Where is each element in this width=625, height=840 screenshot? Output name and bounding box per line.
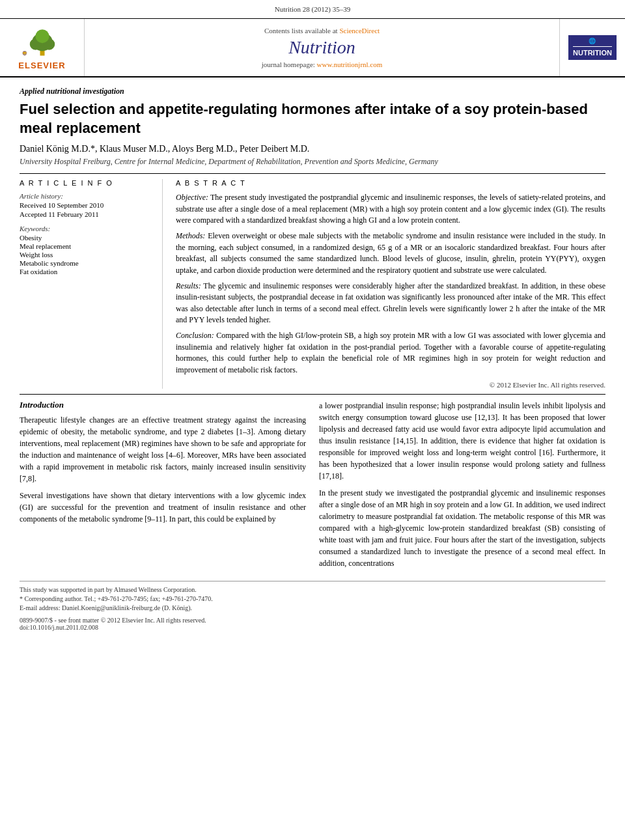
abstract-conclusion: Conclusion: Compared with the high GI/lo… — [176, 330, 605, 376]
nutrition-logo: 🌐 NUTRITION — [568, 35, 617, 61]
svg-point-4 — [35, 29, 49, 43]
article-authors: Daniel König M.D.*, Klaus Muser M.D., Al… — [20, 144, 605, 154]
journal-header: Nutrition 28 (2012) 35–39 — [0, 0, 625, 19]
history-label: Article history: — [20, 192, 149, 200]
footer-doi: doi:10.1016/j.nut.2011.02.008 — [20, 624, 605, 631]
intro-para-2: Several investigations have shown that d… — [20, 490, 306, 525]
footnote-email: E-mail address: Daniel.Koenig@uniklinik-… — [20, 604, 605, 613]
intro-para-4: In the present study we investigated the… — [319, 487, 605, 569]
journal-citation: Nutrition 28 (2012) 35–39 — [0, 5, 625, 13]
results-label: Results: — [176, 281, 201, 290]
body-right-col: a lower postprandial insulin response; h… — [319, 400, 605, 574]
abstract-methods: Methods: Eleven overweight or obese male… — [176, 231, 605, 276]
results-text: The glycemic and insulinemic responses w… — [176, 281, 605, 324]
conclusion-text: Compared with the high GI/low-protein SB… — [176, 331, 605, 374]
abstract-results: Results: The glycemic and insulinemic re… — [176, 281, 605, 326]
keyword-meal-replacement: Meal replacement — [20, 242, 149, 250]
methods-text: Eleven overweight or obese male subjects… — [176, 231, 605, 274]
objective-label: Objective: — [176, 193, 208, 202]
article-info-abstract-section: A R T I C L E I N F O Article history: R… — [0, 179, 625, 389]
journal-homepage-link[interactable]: www.nutritionjrnl.com — [317, 61, 383, 68]
footer: 0899-9007/$ - see front matter © 2012 El… — [0, 613, 625, 635]
objective-text: The present study investigated the postp… — [176, 193, 605, 225]
keywords-label: Keywords: — [20, 225, 149, 232]
methods-label: Methods: — [176, 231, 205, 240]
nutrition-logo-box: 🌐 NUTRITION — [560, 19, 625, 76]
conclusion-label: Conclusion: — [176, 331, 214, 340]
article-top: Applied nutritional investigation Fuel s… — [0, 77, 625, 167]
article-info-col: A R T I C L E I N F O Article history: R… — [20, 179, 163, 389]
copyright-line: © 2012 Elsevier Inc. All rights reserved… — [176, 381, 605, 389]
article-affiliation: University Hospital Freiburg, Centre for… — [20, 157, 605, 167]
body-section: Introduction Therapeutic lifestyle chang… — [0, 400, 625, 574]
keyword-metabolic-syndrome: Metabolic syndrome — [20, 259, 149, 267]
sciencedirect-link[interactable]: ScienceDirect — [339, 27, 380, 35]
body-left-col: Introduction Therapeutic lifestyle chang… — [20, 400, 306, 574]
publisher-bar: 🦁 ELSEVIER Contents lists available at S… — [0, 19, 625, 77]
abstract-col: A B S T R A C T Objective: The present s… — [163, 179, 605, 389]
intro-heading: Introduction — [20, 400, 306, 410]
abstract-title: A B S T R A C T — [176, 179, 605, 187]
svg-text:🦁: 🦁 — [22, 50, 27, 55]
article-divider — [20, 173, 605, 174]
elsevier-tree-icon: 🦁 — [20, 25, 65, 58]
journal-homepage: journal homepage: www.nutritionjrnl.com — [262, 61, 383, 68]
footnote-corresponding: * Corresponding author. Tel.; +49-761-27… — [20, 595, 605, 604]
journal-center: Contents lists available at ScienceDirec… — [85, 19, 560, 76]
intro-para-1: Therapeutic lifestyle changes are an eff… — [20, 414, 306, 484]
footer-issn: 0899-9007/$ - see front matter © 2012 El… — [20, 617, 605, 624]
keyword-obesity: Obesity — [20, 234, 149, 242]
article-info-title: A R T I C L E I N F O — [20, 179, 149, 187]
accepted-date: Accepted 11 February 2011 — [20, 210, 149, 218]
keyword-weight-loss: Weight loss — [20, 251, 149, 259]
keyword-fat-oxidation: Fat oxidation — [20, 268, 149, 275]
footnote-funding: This study was supported in part by Alma… — [20, 585, 605, 595]
received-date: Received 10 September 2010 — [20, 201, 149, 209]
journal-name: Nutrition — [288, 37, 355, 58]
article-type: Applied nutritional investigation — [20, 87, 605, 96]
contents-line: Contents lists available at ScienceDirec… — [264, 27, 380, 35]
elsevier-label: ELSEVIER — [18, 61, 65, 70]
footnote-bar: This study was supported in part by Alma… — [20, 581, 605, 613]
body-divider — [20, 394, 605, 395]
abstract-objective: Objective: The present study investigate… — [176, 192, 605, 226]
elsevier-logo: 🦁 ELSEVIER — [0, 19, 85, 76]
article-title: Fuel selection and appetite-regulating h… — [20, 100, 605, 137]
intro-para-3: a lower postprandial insulin response; h… — [319, 400, 605, 482]
